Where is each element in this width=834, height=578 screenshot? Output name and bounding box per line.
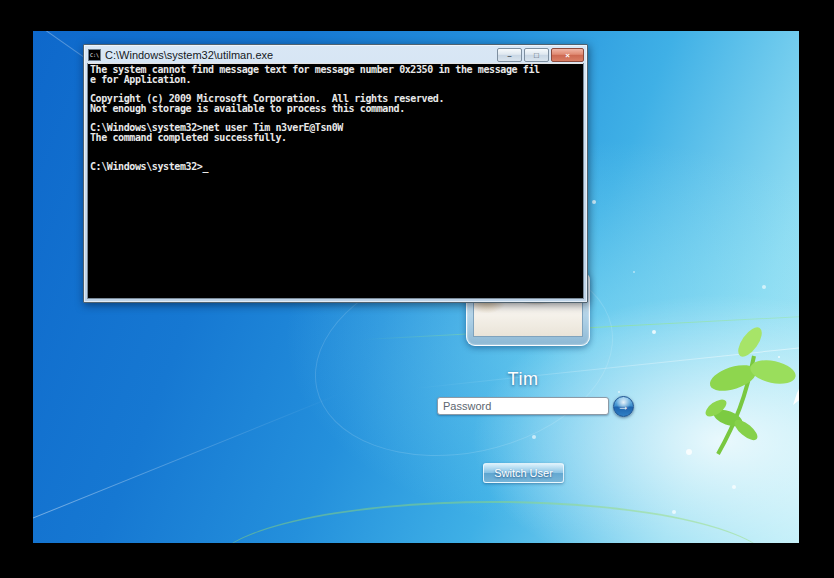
submit-arrow-button[interactable]: → <box>613 396 634 417</box>
terminal-line: The command completed successfully. <box>90 133 581 143</box>
command-prompt-window[interactable]: C:\ C:\Windows\system32\utilman.exe – □ … <box>83 44 588 303</box>
switch-user-button[interactable]: Switch User <box>483 463 564 483</box>
close-button[interactable]: × <box>551 48 584 62</box>
wallpaper-arc <box>213 501 773 543</box>
terminal-prompt-cursor: C:\Windows\system32>_ <box>90 162 581 172</box>
maximize-button[interactable]: □ <box>524 48 549 62</box>
username-label: Tim <box>423 369 623 390</box>
letterbox-frame: { "window": { "title": "C:\\Windows\\sys… <box>0 0 834 578</box>
terminal-line <box>90 143 581 153</box>
sparkle-dots <box>33 31 35 33</box>
desktop: C:\ C:\Windows\system32\utilman.exe – □ … <box>33 31 799 543</box>
terminal-line: Not enough storage is available to proce… <box>90 104 581 114</box>
password-input[interactable] <box>437 397 609 415</box>
terminal-line: e for Application. <box>90 75 581 85</box>
window-titlebar[interactable]: C:\ C:\Windows\system32\utilman.exe – □ … <box>84 45 587 63</box>
cmd-icon: C:\ <box>88 49 101 61</box>
light-streak <box>33 394 340 530</box>
window-title: C:\Windows\system32\utilman.exe <box>105 49 497 61</box>
leaf-branch-art <box>688 326 799 470</box>
hummingbird-art <box>785 365 799 415</box>
minimize-button[interactable]: – <box>497 48 522 62</box>
terminal-output-area[interactable]: The system cannot find message text for … <box>87 63 584 299</box>
right-arrow-icon: → <box>618 399 630 413</box>
